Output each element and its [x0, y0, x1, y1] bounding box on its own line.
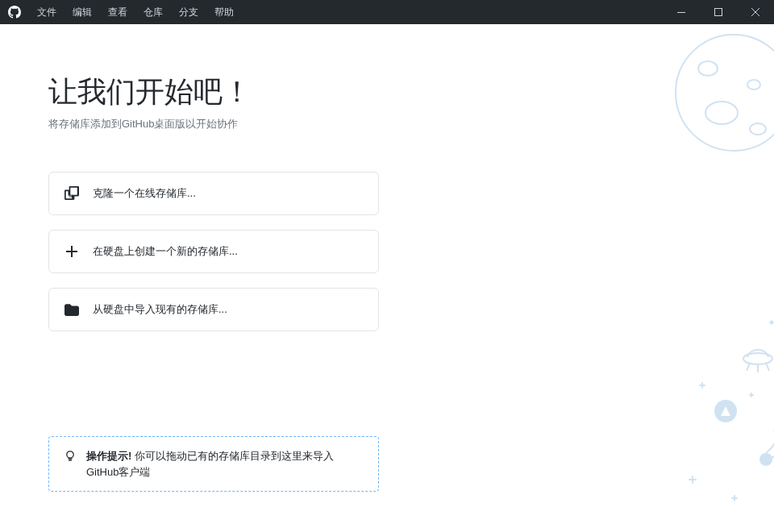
menu-file[interactable]: 文件	[29, 0, 64, 24]
plus-icon	[64, 243, 80, 260]
option-list: 克隆一个在线存储库... 在硬盘上创建一个新的存储库... 从硬盘中导入现有的存…	[48, 172, 379, 331]
maximize-button[interactable]	[700, 0, 737, 24]
github-logo	[0, 6, 29, 19]
menu-repo[interactable]: 仓库	[135, 0, 171, 24]
tip-box: 操作提示! 你可以拖动已有的存储库目录到这里来导入GitHub客户端	[48, 436, 379, 492]
titlebar-left: 文件 编辑 查看 仓库 分支 帮助	[0, 0, 242, 24]
window-controls	[663, 0, 774, 24]
tip-text: 操作提示! 你可以拖动已有的存储库目录到这里来导入GitHub客户端	[86, 448, 364, 480]
folder-icon	[64, 301, 80, 318]
clone-icon	[64, 185, 80, 202]
menu-view[interactable]: 查看	[100, 0, 135, 24]
create-repo-option[interactable]: 在硬盘上创建一个新的存储库...	[48, 230, 379, 273]
clone-label: 克隆一个在线存储库...	[93, 186, 196, 201]
svg-rect-0	[677, 12, 685, 13]
svg-point-2	[67, 451, 73, 458]
svg-rect-1	[715, 9, 722, 16]
page-title: 让我们开始吧！	[48, 73, 774, 112]
content-area: 让我们开始吧！ 将存储库添加到GitHub桌面版以开始协作 克隆一个在线存储库.…	[0, 24, 774, 492]
clone-repo-option[interactable]: 克隆一个在线存储库...	[48, 172, 379, 215]
tip-label: 操作提示!	[86, 450, 131, 462]
bulb-icon	[64, 450, 77, 468]
add-label: 从硬盘中导入现有的存储库...	[93, 302, 227, 317]
add-repo-option[interactable]: 从硬盘中导入现有的存储库...	[48, 288, 379, 331]
menu-help[interactable]: 帮助	[206, 0, 242, 24]
close-button[interactable]	[737, 0, 774, 24]
create-label: 在硬盘上创建一个新的存储库...	[93, 244, 238, 259]
titlebar: 文件 编辑 查看 仓库 分支 帮助	[0, 0, 774, 24]
menu-branch[interactable]: 分支	[171, 0, 206, 24]
minimize-button[interactable]	[663, 0, 700, 24]
menu-edit[interactable]: 编辑	[64, 0, 100, 24]
page-subtitle: 将存储库添加到GitHub桌面版以开始协作	[48, 117, 774, 131]
